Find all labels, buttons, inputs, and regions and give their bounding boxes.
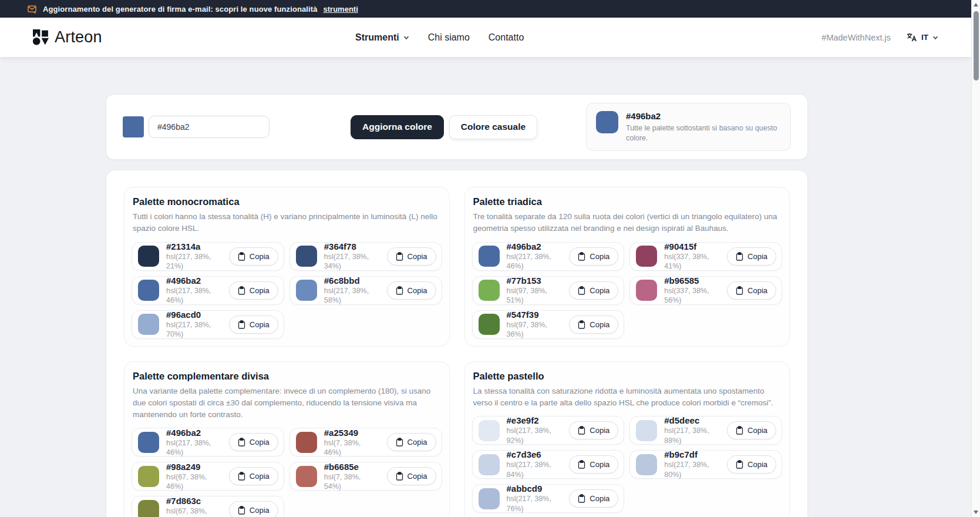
palette-section: Palette complementare divisa Una variant… (124, 361, 450, 517)
update-color-button[interactable]: Aggiorna colore (351, 115, 444, 139)
copy-button[interactable]: Copia (229, 281, 278, 300)
copy-button[interactable]: Copia (387, 281, 436, 300)
color-hsl: hsl(217, 38%, 46%) (166, 286, 222, 306)
nav-chi-siamo[interactable]: Chi siamo (428, 32, 470, 43)
color-swatch (636, 280, 657, 301)
color-labels: #e3e9f2 hsl(217, 38%, 92%) (507, 415, 563, 445)
copy-button[interactable]: Copia (229, 247, 278, 266)
scrollbar-thumb[interactable] (974, 11, 979, 80)
color-swatch (138, 314, 159, 335)
info-note: Tutte le palette sottostanti si basano s… (626, 123, 781, 143)
color-swatch (636, 246, 657, 267)
color-swatch (479, 280, 500, 301)
copy-button[interactable]: Copia (569, 455, 618, 474)
scroll-up-arrow-icon[interactable] (974, 3, 978, 6)
clipboard-icon (238, 506, 245, 515)
copy-button-label: Copia (408, 438, 427, 446)
color-hex: #496ba2 (166, 276, 222, 286)
random-color-button[interactable]: Colore casuale (449, 115, 537, 139)
clipboard-icon (578, 426, 585, 435)
color-hsl: hsl(7, 38%, 46%) (324, 438, 380, 458)
made-with-tag: #MadeWithNext.js (821, 33, 891, 42)
copy-button[interactable]: Copia (569, 247, 618, 266)
color-row: #c7d3e6 hsl(217, 38%, 84%) Copia (472, 450, 625, 479)
palette-rows: #e3e9f2 hsl(217, 38%, 92%) Copia #d5deec… (472, 416, 783, 513)
color-hex: #abbcd9 (507, 484, 563, 494)
color-row: #364f78 hsl(217, 38%, 34%) Copia (289, 242, 442, 271)
color-row: #96acd0 hsl(217, 38%, 70%) Copia (132, 310, 284, 339)
info-hex-value: #496ba2 (626, 111, 781, 121)
mail-icon (27, 4, 37, 14)
copy-button[interactable]: Copia (727, 281, 776, 300)
color-hex: #6c8bbd (324, 276, 380, 286)
nav-contatto[interactable]: Contatto (489, 32, 524, 43)
copy-button[interactable]: Copia (387, 247, 436, 266)
scroll-down-arrow-icon[interactable] (974, 511, 978, 514)
copy-button[interactable]: Copia (569, 421, 618, 439)
language-switcher[interactable]: IT (906, 32, 938, 43)
color-row: #496ba2 hsl(217, 38%, 46%) Copia (132, 276, 284, 305)
copy-button[interactable]: Copia (387, 433, 436, 451)
copy-button-label: Copia (408, 252, 427, 261)
color-row: #77b153 hsl(97, 38%, 51%) Copia (472, 276, 625, 305)
color-row: #b9c7df hsl(217, 38%, 80%) Copia (629, 450, 782, 479)
color-row: #547f39 hsl(97, 38%, 36%) Copia (472, 310, 625, 339)
color-hsl: hsl(217, 38%, 21%) (166, 252, 222, 271)
palette-rows: #496ba2 hsl(217, 38%, 46%) Copia #90415f… (472, 242, 783, 339)
copy-button[interactable]: Copia (727, 421, 776, 439)
nav-strumenti[interactable]: Strumenti (355, 32, 409, 43)
copy-button[interactable]: Copia (569, 281, 618, 300)
color-hsl: hsl(217, 38%, 84%) (507, 460, 563, 479)
color-labels: #90415f hsl(337, 38%, 41%) (664, 241, 720, 271)
chevron-down-icon (403, 35, 409, 41)
copy-button[interactable]: Copia (229, 315, 278, 334)
copy-button[interactable]: Copia (229, 433, 278, 451)
copy-button[interactable]: Copia (727, 247, 776, 266)
brand-name: Arteon (55, 28, 102, 46)
vertical-scrollbar[interactable] (971, 0, 980, 517)
clipboard-icon (238, 472, 245, 481)
copy-button[interactable]: Copia (229, 467, 278, 485)
palette-title: Palette pastello (472, 370, 783, 382)
copy-button[interactable]: Copia (569, 489, 618, 508)
brand-logo[interactable]: Arteon (33, 28, 102, 46)
copy-button[interactable]: Copia (569, 315, 618, 334)
copy-button-label: Copia (590, 320, 609, 329)
color-hsl: hsl(97, 38%, 36%) (507, 320, 563, 340)
color-swatch (138, 432, 159, 453)
copy-button-label: Copia (250, 320, 270, 329)
color-swatch (636, 420, 657, 441)
color-hex: #90415f (664, 241, 720, 252)
color-hsl: hsl(217, 38%, 46%) (166, 438, 222, 458)
copy-button-label: Copia (747, 286, 767, 295)
color-hex: #e3e9f2 (507, 415, 563, 426)
announcement-banner: Aggiornamento del generatore di firma e-… (0, 0, 971, 18)
arteon-logo-icon (33, 29, 49, 45)
banner-link[interactable]: strumenti (324, 5, 358, 14)
hex-color-input[interactable] (149, 116, 270, 138)
color-hsl: hsl(217, 38%, 34%) (324, 252, 380, 271)
color-row: #21314a hsl(217, 38%, 21%) Copia (132, 242, 284, 271)
color-swatch (479, 246, 500, 267)
color-row: #d5deec hsl(217, 38%, 88%) Copia (629, 416, 782, 445)
color-labels: #abbcd9 hsl(217, 38%, 76%) (507, 484, 563, 513)
main-content: Aggiorna colore Colore casuale #496ba2 T… (106, 94, 808, 517)
color-hsl: hsl(337, 38%, 41%) (664, 252, 720, 271)
palette-grid: Palette monocromatica Tutti i colori han… (124, 187, 790, 517)
color-row: #6c8bbd hsl(217, 38%, 58%) Copia (289, 276, 442, 305)
copy-button[interactable]: Copia (727, 455, 776, 474)
color-labels: #364f78 hsl(217, 38%, 34%) (324, 241, 380, 271)
clipboard-icon (736, 252, 743, 261)
color-row: #98a249 hsl(67, 38%, 46%) Copia (132, 462, 284, 491)
color-swatch (138, 466, 159, 487)
clipboard-icon (578, 320, 585, 329)
copy-button[interactable]: Copia (387, 467, 436, 485)
color-labels: #7d863c hsl(67, 38%, 38%) (166, 496, 222, 517)
banner-text: Aggiornamento del generatore di firma e-… (43, 5, 318, 14)
color-swatch (479, 420, 500, 441)
copy-button[interactable]: Copia (229, 501, 278, 517)
color-labels: #496ba2 hsl(217, 38%, 46%) (166, 428, 222, 458)
copy-button-label: Copia (250, 506, 270, 515)
color-swatch (479, 454, 500, 475)
palette-description: La stessa tonalità con saturazione ridot… (472, 385, 783, 409)
